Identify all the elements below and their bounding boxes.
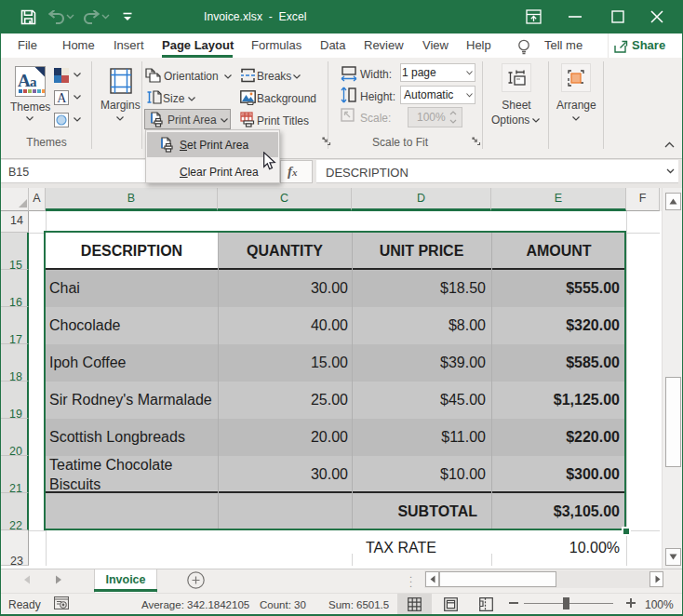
svg-text:A: A (57, 91, 67, 105)
svg-text:A: A (18, 71, 31, 90)
svg-text:a: a (30, 74, 37, 89)
